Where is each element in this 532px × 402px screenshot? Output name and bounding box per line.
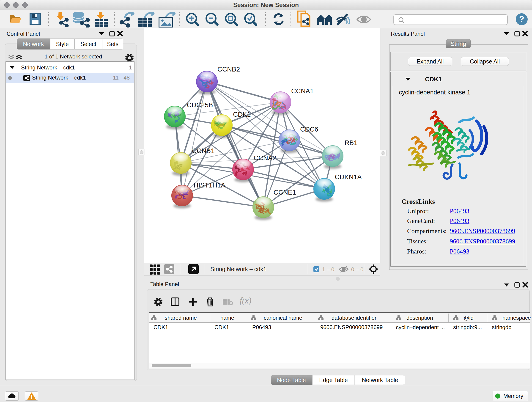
svg-text:RB1: RB1	[345, 139, 357, 147]
svg-text:CDKN1A: CDKN1A	[335, 173, 362, 181]
svg-text:CCNB1: CCNB1	[192, 147, 215, 154]
svg-text:HIST1H1A: HIST1H1A	[194, 182, 225, 189]
svg-text:CDC25B: CDC25B	[187, 101, 213, 109]
svg-text:CDC6: CDC6	[300, 126, 318, 133]
svg-text:CCNE1: CCNE1	[273, 189, 296, 196]
svg-text:CCNA1: CCNA1	[291, 87, 314, 95]
svg-text:CDK1: CDK1	[233, 111, 251, 118]
svg-text:CCNB2: CCNB2	[217, 65, 240, 73]
svg-text:CCNA2: CCNA2	[254, 154, 276, 162]
